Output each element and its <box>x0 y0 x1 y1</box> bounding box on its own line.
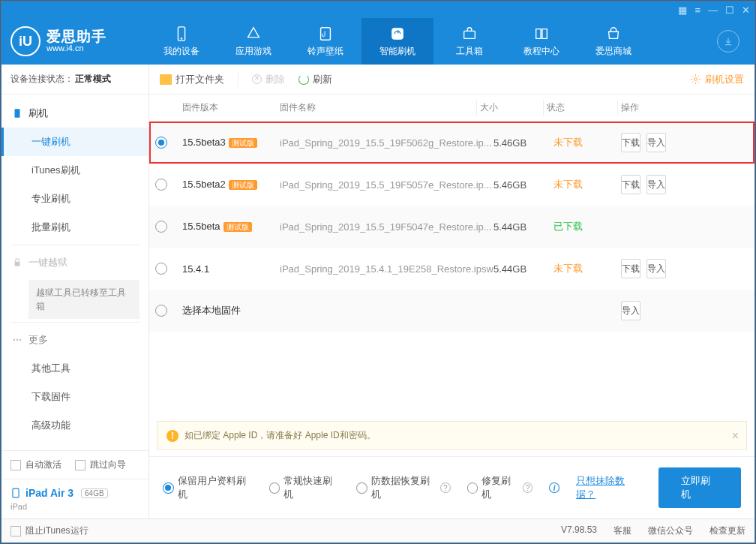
table-row[interactable]: 15.5beta测试版iPad_Spring_2019_15.5_19F5047… <box>149 206 754 248</box>
flash-settings-button[interactable]: 刷机设置 <box>690 73 744 86</box>
sidebar-item-other[interactable]: 其他工具 <box>2 354 148 383</box>
auto-activate-checkbox[interactable] <box>10 460 21 470</box>
device-info[interactable]: iPad Air 3 64GB iPad <box>2 479 148 518</box>
firmware-size: 5.46GB <box>494 137 554 149</box>
svg-rect-10 <box>13 488 19 497</box>
more-icon <box>12 335 22 345</box>
wechat-link[interactable]: 微信公众号 <box>648 524 693 537</box>
music-icon <box>317 26 334 42</box>
nav-label: 教程中心 <box>524 45 560 58</box>
row-radio[interactable] <box>155 305 167 317</box>
sidebar-item-download[interactable]: 下载固件 <box>2 383 148 411</box>
device-icon <box>173 26 190 42</box>
svg-point-1 <box>181 38 182 39</box>
service-link[interactable]: 客服 <box>614 524 632 537</box>
nav-my-device[interactable]: 我的设备 <box>146 18 218 65</box>
maximize-icon[interactable]: ☐ <box>725 5 734 16</box>
sidebar-item-oneclick[interactable]: 一键刷机 <box>2 128 148 156</box>
nav-label: 铃声壁纸 <box>308 45 344 58</box>
firmware-size: 5.46GB <box>494 179 554 191</box>
opt-normal[interactable]: 常规快速刷机 <box>269 474 340 501</box>
erase-link[interactable]: 只想抹除数据？ <box>576 474 642 501</box>
svg-point-9 <box>20 339 21 341</box>
download-manager-button[interactable] <box>717 30 740 53</box>
opt-keep-data[interactable]: 保留用户资料刷机 <box>163 474 253 501</box>
store-icon <box>605 26 622 42</box>
table-header: 固件版本 固件名称 大小 状态 操作 <box>149 95 754 122</box>
download-button[interactable]: 下载 <box>621 259 640 278</box>
sidebar-item-itunes[interactable]: iTunes刷机 <box>2 156 148 185</box>
skip-guide-checkbox[interactable] <box>75 460 86 470</box>
app-url: www.i4.cn <box>46 44 106 53</box>
firmware-status: 已下载 <box>554 220 621 233</box>
firmware-name: iPad_Spring_2019_15.5_19F5057e_Restore.i… <box>280 179 494 191</box>
sidebar-item-pro[interactable]: 专业刷机 <box>2 185 148 213</box>
block-itunes-checkbox[interactable] <box>10 526 21 536</box>
sidebar-item-advanced[interactable]: 高级功能 <box>2 411 148 440</box>
help-icon[interactable]: ? <box>523 482 533 493</box>
svg-rect-5 <box>15 109 20 118</box>
table-row[interactable]: 15.4.1iPad_Spring_2019_15.4.1_19E258_Res… <box>149 248 754 290</box>
help-icon[interactable]: ? <box>440 482 451 493</box>
row-radio[interactable] <box>155 137 167 149</box>
auto-activate-row: 自动激活 跳过向导 <box>2 450 148 479</box>
import-button[interactable]: 导入 <box>646 259 666 278</box>
opt-repair[interactable]: 修复刷机 ? <box>467 474 533 501</box>
toolbox-icon <box>461 26 478 42</box>
titlebar-menu-icon[interactable]: ≡ <box>694 5 700 16</box>
download-button[interactable]: 下载 <box>621 133 640 152</box>
nav-store[interactable]: 爱思商城 <box>578 18 650 65</box>
row-radio[interactable] <box>155 179 167 191</box>
firmware-status: 未下载 <box>554 178 621 191</box>
beta-tag: 测试版 <box>224 222 252 232</box>
firmware-name: iPad_Spring_2019_15.5_19F5047e_Restore.i… <box>280 221 494 233</box>
row-radio[interactable] <box>155 221 167 233</box>
row-radio[interactable] <box>155 263 167 275</box>
logo: iU 爱思助手 www.i4.cn <box>10 26 130 56</box>
sidebar-item-batch[interactable]: 批量刷机 <box>2 213 148 242</box>
opt-anti-recovery[interactable]: 防数据恢复刷机 ? <box>356 474 450 501</box>
update-link[interactable]: 检查更新 <box>710 524 746 537</box>
delete-button[interactable]: 删除 <box>252 73 285 86</box>
firmware-name: iPad_Spring_2019_15.5_19F5062g_Restore.i… <box>280 137 494 149</box>
sidebar-head-flash[interactable]: 刷机 <box>2 99 148 128</box>
notice-close-icon[interactable]: × <box>732 429 739 443</box>
nav-flash[interactable]: 智能刷机 <box>362 18 434 65</box>
import-button[interactable]: 导入 <box>646 175 666 194</box>
nav-label: 工具箱 <box>456 45 483 58</box>
nav-apps[interactable]: 应用游戏 <box>218 18 290 65</box>
device-name: iPad Air 3 <box>26 487 74 499</box>
app-window: ▦ ≡ — ☐ ✕ iU 爱思助手 www.i4.cn 我的设备 应用游戏 铃声 <box>1 1 755 543</box>
nav-toolbox[interactable]: 工具箱 <box>434 18 506 65</box>
th-version: 固件版本 <box>182 101 280 114</box>
radio-icon <box>163 482 174 494</box>
nav: 我的设备 应用游戏 铃声壁纸 智能刷机 工具箱 教程中心 <box>146 18 717 65</box>
import-button[interactable]: 导入 <box>646 133 666 152</box>
sidebar-head-more[interactable]: 更多 <box>2 326 148 354</box>
firmware-status: 未下载 <box>554 262 621 275</box>
close-icon[interactable]: ✕ <box>742 5 750 16</box>
open-folder-button[interactable]: 打开文件夹 <box>160 73 224 86</box>
folder-icon <box>160 74 172 85</box>
minimize-icon[interactable]: — <box>708 5 718 16</box>
titlebar-grid-icon[interactable]: ▦ <box>678 5 687 16</box>
titlebar: ▦ ≡ — ☐ ✕ <box>2 2 754 18</box>
refresh-button[interactable]: 刷新 <box>298 73 332 86</box>
table-row[interactable]: 15.5beta2测试版iPad_Spring_2019_15.5_19F505… <box>149 164 754 206</box>
sidebar: 设备连接状态： 正常模式 刷机 一键刷机 iTunes刷机 专业刷机 批量刷机 … <box>2 65 149 518</box>
download-button[interactable]: 下载 <box>621 175 640 194</box>
jailbreak-note: 越狱工具已转移至工具箱 <box>28 280 140 319</box>
table-row[interactable]: 选择本地固件导入 <box>149 290 754 332</box>
refresh-icon <box>298 74 309 85</box>
flash-now-button[interactable]: 立即刷机 <box>658 467 741 508</box>
logo-icon: iU <box>10 26 40 56</box>
info-icon[interactable]: i <box>549 482 560 493</box>
import-button[interactable]: 导入 <box>621 301 640 320</box>
nav-tutorials[interactable]: 教程中心 <box>506 18 578 65</box>
firmware-version: 15.4.1 <box>182 263 209 275</box>
table-row[interactable]: 15.5beta3测试版iPad_Spring_2019_15.5_19F506… <box>149 122 754 164</box>
firmware-size: 5.44GB <box>494 263 554 275</box>
nav-ringtones[interactable]: 铃声壁纸 <box>290 18 362 65</box>
firmware-version: 15.5beta2 <box>182 179 226 190</box>
gear-icon <box>690 74 701 85</box>
